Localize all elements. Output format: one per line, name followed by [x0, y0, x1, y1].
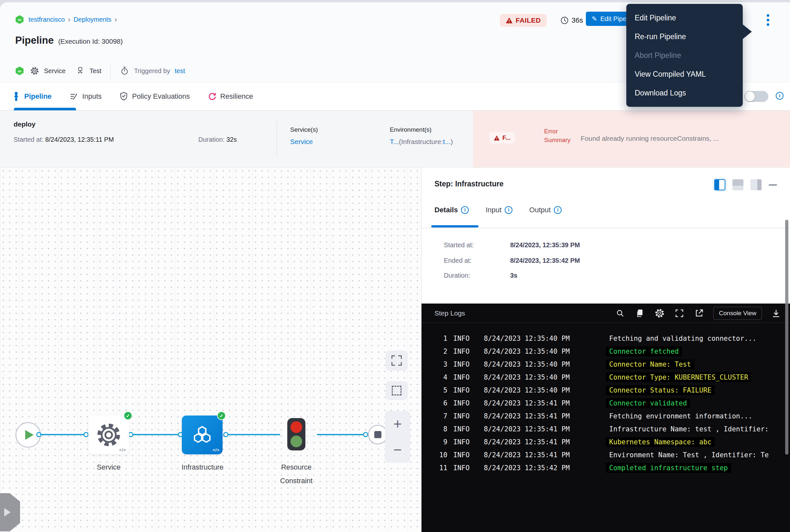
environment-link[interactable]: T... [390, 138, 399, 145]
active-tab-underline [431, 225, 479, 228]
hexagons-icon [190, 423, 214, 447]
info-icon[interactable]: i [461, 206, 469, 214]
active-tab-underline [14, 108, 76, 110]
tab-input[interactable]: Inputi [486, 206, 513, 214]
breadcrumb: ∞ testfrancisco › Deployments › [15, 15, 117, 24]
console-title: Step Logs [435, 309, 465, 317]
fullscreen-icon [391, 355, 402, 366]
page-title: Pipeline [15, 35, 54, 46]
tab-output[interactable]: Outputi [529, 206, 562, 214]
stage-duration: Duration: 32s [198, 136, 237, 144]
execution-meta-row: ∞ Service Test [15, 62, 185, 79]
stage-divider [276, 121, 277, 157]
edge-port [223, 432, 228, 437]
meta-divider [110, 62, 111, 79]
node-label-service: Service [89, 460, 128, 474]
node-infrastructure[interactable]: ✓ </> [182, 416, 223, 454]
node-label-resource-constraint: Resource Constraint [264, 460, 329, 488]
menu-item-download-logs[interactable]: Download Logs [626, 83, 743, 102]
search-icon[interactable] [615, 308, 626, 319]
tab-resilience[interactable]: Resilience [208, 92, 253, 101]
detail-row-duration: Duration:3s [444, 272, 517, 279]
environment-name[interactable]: Test [90, 67, 101, 75]
status-badge: FAILED [500, 14, 547, 27]
triggered-by-label: Triggered by [134, 67, 170, 75]
zoom-in-button[interactable]: + [385, 411, 410, 437]
console-toolbar: Step Logs [422, 304, 790, 323]
log-row: 9INFO8/24/2023 12:35:41 PMKubernetes Nam… [422, 436, 790, 449]
log-row: 10INFO8/24/2023 12:35:41 PMEnvironment N… [422, 449, 790, 461]
title-row: Pipeline (Execution Id: 30098) [15, 35, 123, 46]
error-summary-message[interactable]: Found already running resourceConstrains… [581, 135, 787, 142]
step-detail-panel: Step: Infrastructure Detailsi Inputi Out… [421, 168, 790, 532]
step-panel-title: Step: Infrastructure [435, 179, 503, 188]
tabs-divider [422, 228, 790, 228]
menu-item-edit-pipeline[interactable]: Edit Pipeline [626, 8, 743, 27]
resilience-icon [208, 92, 216, 100]
infrastructure-link[interactable]: t... [443, 138, 451, 145]
detail-row-started: Started at:8/24/2023, 12:35:39 PM [444, 242, 580, 249]
layout-split-icon[interactable] [714, 179, 725, 190]
zoom-out-button[interactable]: − [385, 437, 410, 463]
error-summary-label: Error Summary [544, 127, 570, 144]
stage-name[interactable]: deploy [14, 120, 36, 128]
canvas-zoom-panel: + − [385, 411, 410, 463]
menu-item-abort-pipeline[interactable]: Abort Pipeline [626, 46, 743, 65]
log-lines[interactable]: 1INFO8/24/2023 12:35:40 PMFetching and v… [422, 332, 790, 474]
step-panel-tabs: Detailsi Inputi Outputi [435, 206, 562, 214]
environment-icon [75, 66, 85, 76]
stage-summary-bar: deploy Started at: 8/24/2023, 12:35:11 P… [0, 111, 790, 168]
layout-bottom-icon[interactable] [732, 179, 744, 190]
fullscreen-icon[interactable] [674, 308, 685, 319]
clock-icon [560, 16, 569, 24]
kebab-menu-button[interactable] [762, 13, 774, 27]
minimize-icon[interactable] [769, 184, 777, 186]
node-service[interactable]: ✓ </> [88, 416, 129, 454]
canvas-select-button[interactable] [386, 381, 408, 400]
view-toggle-switch[interactable] [745, 91, 768, 102]
breadcrumb-project-link[interactable]: testfrancisco [28, 16, 65, 23]
pipeline-end-node[interactable] [368, 425, 388, 444]
shield-check-icon [120, 92, 128, 101]
log-row: 3INFO8/24/2023 12:35:40 PMConnector Name… [422, 358, 790, 371]
breadcrumb-deployments-link[interactable]: Deployments [74, 16, 112, 23]
triggered-by-user-link[interactable]: test [175, 67, 185, 75]
download-icon[interactable] [771, 308, 782, 319]
tab-pipeline[interactable]: Pipeline [12, 92, 52, 101]
log-row: 11INFO8/24/2023 12:35:42 PMCompleted inf… [422, 461, 790, 474]
pencil-icon: ✎ [592, 15, 597, 23]
console-view-button[interactable]: Console View [713, 307, 762, 320]
header-status-cluster: FAILED 36s [500, 14, 583, 27]
inputs-icon [70, 92, 78, 101]
gear-icon [95, 421, 122, 449]
services-column: Service(s) Service [290, 126, 318, 146]
warning-triangle-icon [494, 135, 500, 141]
gear-icon[interactable] [654, 308, 665, 319]
edge-port [36, 432, 41, 437]
menu-item-view-compiled-yaml[interactable]: View Compiled YAML [626, 65, 743, 83]
canvas-fullscreen-button[interactable] [386, 350, 408, 370]
success-check-icon: ✓ [217, 411, 226, 420]
tab-policy-evaluations[interactable]: Policy Evaluations [120, 92, 190, 101]
service-name[interactable]: Service [44, 67, 66, 75]
traffic-green-light [290, 436, 302, 447]
elapsed-time: 36s [560, 16, 583, 24]
service-link[interactable]: Service [290, 138, 313, 145]
step-logs-console: Step Logs [422, 304, 790, 532]
copy-icon[interactable] [634, 308, 646, 319]
info-icon[interactable]: i [776, 92, 784, 100]
info-icon[interactable]: i [505, 206, 513, 214]
info-icon[interactable]: i [554, 206, 562, 214]
pipeline-execution-page: ∞ testfrancisco › Deployments › Pipeline… [0, 0, 790, 532]
code-icon: </> [119, 448, 126, 452]
tab-details[interactable]: Detailsi [435, 206, 469, 214]
log-row: 8INFO8/24/2023 12:35:41 PMInfrastructure… [422, 423, 790, 436]
tab-inputs[interactable]: Inputs [70, 92, 101, 101]
open-in-new-icon[interactable] [694, 308, 705, 319]
pipeline-canvas[interactable]: ✓ </> ✓ </> Service Infrastructure Resou… [0, 168, 421, 532]
layout-right-icon[interactable] [751, 179, 762, 190]
node-resource-constraint[interactable] [287, 418, 305, 451]
panel-scrollbar[interactable] [785, 220, 788, 455]
chevron-right-icon: › [68, 16, 70, 24]
menu-item-rerun-pipeline[interactable]: Re-run Pipeline [626, 27, 743, 46]
